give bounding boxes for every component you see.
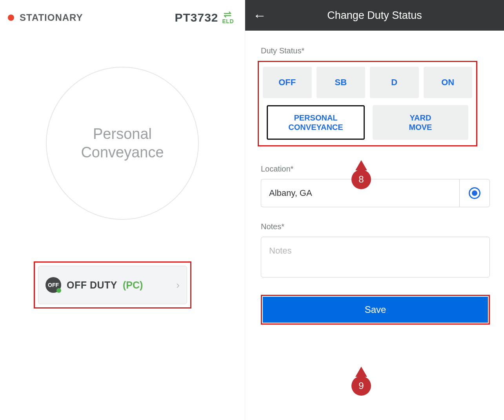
highlighted-current-status-row: OFF OFF DUTY (PC) › <box>34 261 191 309</box>
duty-status-circle[interactable]: Personal Conveyance <box>46 67 199 220</box>
off-duty-text: OFF DUTY <box>67 279 117 291</box>
eld-connection-indicator[interactable]: ELD <box>222 11 234 24</box>
change-status-form: Duty Status* OFF SB D ON PERSONAL CONVEY… <box>245 31 504 325</box>
status-options-row2: PERSONAL CONVEYANCE YARD MOVE <box>263 105 472 140</box>
motion-status-label: STATIONARY <box>20 12 83 23</box>
eld-label: ELD <box>222 18 234 24</box>
vehicle-id-block: PT3732 ELD <box>175 11 234 24</box>
home-header: STATIONARY PT3732 ELD <box>0 0 245 24</box>
chevron-right-icon: › <box>176 279 180 291</box>
off-badge-text: OFF <box>48 282 59 288</box>
change-status-header: ← Change Duty Status <box>245 0 504 31</box>
location-block: Location* Albany, GA <box>261 164 490 207</box>
vehicle-id-label: PT3732 <box>175 11 218 24</box>
notes-block: Notes* Notes <box>261 222 490 278</box>
page-title: Change Duty Status <box>245 9 504 22</box>
radio-selected-icon <box>469 187 480 199</box>
current-status-button[interactable]: OFF OFF DUTY (PC) › <box>38 266 187 304</box>
save-button[interactable]: Save <box>263 297 488 323</box>
notes-placeholder-text: Notes <box>269 246 291 256</box>
annotation-pin-8: 8 <box>351 163 371 189</box>
change-duty-status-screen: ← Change Duty Status Duty Status* OFF SB… <box>245 0 504 420</box>
notes-label: Notes* <box>261 222 490 231</box>
location-label: Location* <box>261 164 490 173</box>
status-option-off[interactable]: OFF <box>263 67 312 98</box>
pc-tag-text: (PC) <box>123 279 143 291</box>
swap-horizontal-icon <box>224 11 232 18</box>
status-option-d[interactable]: D <box>370 67 419 98</box>
highlighted-duty-status-options: OFF SB D ON PERSONAL CONVEYANCE YARD MOV… <box>258 61 477 146</box>
duty-status-circle-area: Personal Conveyance <box>0 67 245 220</box>
status-options-row1: OFF SB D ON <box>263 67 472 98</box>
notes-input[interactable]: Notes <box>261 237 490 278</box>
status-active-dot-icon <box>56 288 61 293</box>
location-row: Albany, GA <box>261 179 490 207</box>
pin-8-number: 8 <box>358 174 364 185</box>
pin-icon: 9 <box>351 376 371 396</box>
status-option-sb[interactable]: SB <box>317 67 366 98</box>
pin-icon: 8 <box>351 170 371 189</box>
status-option-yard-move[interactable]: YARD MOVE <box>373 105 468 140</box>
highlighted-save-button: Save <box>261 295 490 325</box>
use-current-location-button[interactable] <box>459 179 490 207</box>
home-status-screen: STATIONARY PT3732 ELD Personal Conveyanc… <box>0 0 245 420</box>
annotation-pin-9: 9 <box>351 370 371 396</box>
pin-9-number: 9 <box>358 380 364 391</box>
status-option-personal-conveyance[interactable]: PERSONAL CONVEYANCE <box>267 105 365 140</box>
status-option-on[interactable]: ON <box>424 67 473 98</box>
location-value: Albany, GA <box>269 188 312 198</box>
duty-status-label: Duty Status* <box>261 46 490 55</box>
off-duty-badge-icon: OFF <box>45 277 61 293</box>
vehicle-motion-status: STATIONARY <box>8 12 83 23</box>
duty-status-circle-text: Personal Conveyance <box>81 125 164 162</box>
motion-status-dot-icon <box>8 15 14 21</box>
